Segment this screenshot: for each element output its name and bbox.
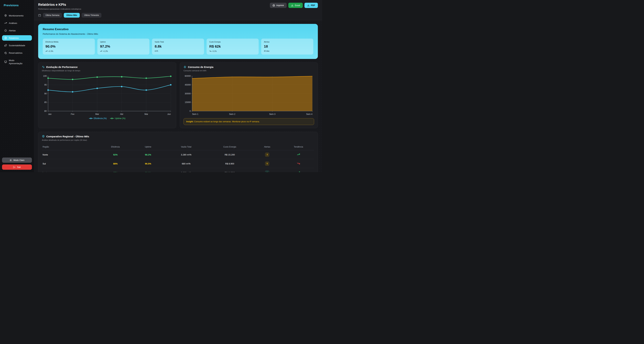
table-row: Norte 92% 98.2% 3.280 m³/h R$ 15.200 3	[42, 150, 314, 159]
table-header-row: Região Eficiência Uptime Vazão Total Cus…	[42, 144, 314, 150]
presentation-icon	[4, 61, 7, 63]
period-ultimo-mes-button[interactable]: Último Mês	[64, 13, 80, 18]
sun-icon	[10, 159, 12, 162]
theme-toggle-button[interactable]: Modo Claro	[2, 158, 32, 163]
insight-label: Insight:	[186, 120, 194, 123]
file-text-icon	[4, 37, 7, 39]
period-ultimo-trimestre-button[interactable]: Último Trimestre	[82, 13, 102, 18]
svg-text:Sem 1: Sem 1	[192, 113, 198, 115]
page-subtitle: Performance operacional e indicadores es…	[38, 8, 81, 10]
print-label: Imprimir	[276, 4, 284, 6]
kpi-alertas: Alertas 18 30 dias	[261, 39, 313, 54]
calendar-icon	[38, 14, 41, 17]
svg-text:80: 80	[44, 110, 47, 112]
chart-title: Consumo de Energia	[188, 66, 213, 68]
sidebar-item-relatorios[interactable]: Relatórios	[2, 35, 32, 41]
sidebar: Previsions Monitoramento Análises Alerta…	[0, 0, 34, 172]
svg-text:Mai: Mai	[144, 113, 148, 115]
trending-up-icon	[4, 22, 7, 24]
svg-text:Jun: Jun	[167, 113, 171, 115]
kpi-grid: Eficiência Média 90.0% +2.3% Uptime 97.2…	[43, 39, 313, 54]
sidebar-item-modo-apresentacao[interactable]: Modo Apresentação	[2, 58, 32, 66]
kpi-uptime: Uptime 97.2% +1.2%	[97, 39, 150, 54]
energy-area-chart[interactable]: 015000300004500060000Sem 1Sem 2Sem 3Sem …	[184, 74, 314, 116]
period-ultima-semana-button[interactable]: Última Semana	[43, 13, 62, 18]
theme-toggle-label: Modo Claro	[14, 159, 24, 162]
kpi-eficiencia-media: Eficiência Média 90.0% +2.3%	[43, 39, 95, 54]
download-icon	[307, 4, 310, 6]
performance-line-chart[interactable]: 80859095100JanFevMarAbrMaiJun	[42, 74, 172, 116]
performance-chart-card: Evolução de Performance Eficiência e dis…	[38, 62, 176, 128]
energy-chart-card: Consumo de Energia Consumo semanal em kW…	[180, 62, 318, 128]
line-marker-icon	[89, 118, 93, 119]
period-filter: Última Semana Último Mês Último Trimestr…	[38, 13, 318, 18]
svg-text:30000: 30000	[185, 92, 191, 95]
sidebar-nav: Monitoramento Análises Alertas Relatório…	[2, 13, 32, 66]
sidebar-spacer	[2, 66, 32, 158]
export-pdf-button[interactable]: PDF	[304, 3, 318, 8]
sidebar-item-analises[interactable]: Análises	[2, 20, 32, 26]
svg-text:Jan: Jan	[48, 113, 52, 115]
activity-icon	[42, 66, 45, 68]
chart-legend: Eficiência (%) Uptime (%)	[42, 117, 172, 120]
chart-subtitle: Eficiência e disponibilidade ao longo do…	[42, 70, 172, 72]
sidebar-item-label: Relatórios	[9, 37, 19, 39]
legend-eficiencia[interactable]: Eficiência (%)	[89, 117, 107, 120]
page-title: Relatórios e KPIs	[38, 3, 81, 6]
sidebar-item-reservatorios[interactable]: Reservatórios	[2, 50, 32, 56]
insight-box: Insight: Consumo estável ao longo das se…	[184, 118, 314, 125]
main-scroll-area[interactable]: Resumo Executivo Performance do Sistema …	[34, 20, 322, 172]
trending-up-icon	[46, 50, 48, 52]
sidebar-item-label: Reservatórios	[9, 52, 22, 54]
svg-text:15000: 15000	[185, 101, 191, 104]
kpi-vazao-total: Vazão Total 8.8k m³/h	[152, 39, 204, 54]
map-pin-icon	[42, 135, 45, 138]
svg-text:60000: 60000	[185, 75, 191, 77]
legend-uptime[interactable]: Uptime (%)	[110, 117, 126, 120]
trending-down-icon	[297, 162, 300, 165]
trending-down-icon	[209, 50, 211, 52]
summary-subtitle: Performance do Sistema de Abastecimento …	[43, 33, 313, 35]
summary-title: Resumo Executivo	[43, 28, 313, 31]
logout-button[interactable]: Sair	[2, 165, 32, 170]
svg-text:Mar: Mar	[95, 113, 99, 115]
svg-text:100: 100	[43, 75, 47, 77]
alerts-badge: 3	[265, 153, 269, 157]
executive-summary-card: Resumo Executivo Performance do Sistema …	[38, 24, 318, 59]
main-area: Relatórios e KPIs Performance operaciona…	[34, 0, 322, 172]
alerts-badge: 1	[265, 171, 269, 172]
excel-label: Excel	[295, 4, 300, 6]
map-pin-icon	[4, 14, 7, 17]
sidebar-item-label: Monitoramento	[9, 14, 24, 17]
svg-text:90: 90	[44, 92, 47, 95]
logout-label: Sair	[17, 166, 21, 168]
sidebar-item-label: Sustentabilidade	[9, 44, 25, 47]
chart-subtitle: Consumo semanal em kWh	[184, 70, 314, 72]
droplets-icon	[4, 51, 7, 54]
sidebar-item-sustentabilidade[interactable]: Sustentabilidade	[2, 43, 32, 48]
print-button[interactable]: Imprimir	[270, 3, 287, 8]
svg-text:Fev: Fev	[71, 113, 75, 115]
pdf-label: PDF	[311, 4, 315, 6]
bell-icon	[4, 29, 7, 32]
regional-table-card: Comparativo Regional - Último Mês Anális…	[38, 132, 318, 172]
table-row: Sul 88% 96.5% 680 m³/h R$ 8.900 5	[42, 159, 314, 168]
insight-text: Consumo estável ao longo das semanas. Mo…	[194, 120, 260, 123]
svg-text:Abr: Abr	[120, 113, 124, 115]
sidebar-item-monitoramento[interactable]: Monitoramento	[2, 13, 32, 18]
sidebar-item-alertas[interactable]: Alertas	[2, 28, 32, 33]
svg-text:85: 85	[44, 101, 47, 104]
svg-text:Sem 2: Sem 2	[229, 113, 236, 115]
svg-text:Sem 4: Sem 4	[306, 113, 312, 115]
leaf-icon	[4, 44, 7, 47]
app-logo: Previsions	[2, 3, 32, 7]
line-marker-icon	[110, 118, 114, 119]
regional-table: Região Eficiência Uptime Vazão Total Cus…	[42, 144, 314, 172]
table-row: Leste 95% 99.1% 2.920 m³/h R$ 18.500 1	[42, 168, 314, 172]
kpi-custo-energia: Custo Energia R$ 62k -5.1%	[206, 39, 259, 54]
zap-icon	[184, 66, 186, 68]
download-icon	[291, 4, 294, 6]
printer-icon	[272, 4, 275, 6]
trending-up-icon	[297, 171, 300, 172]
export-excel-button[interactable]: Excel	[288, 3, 303, 8]
